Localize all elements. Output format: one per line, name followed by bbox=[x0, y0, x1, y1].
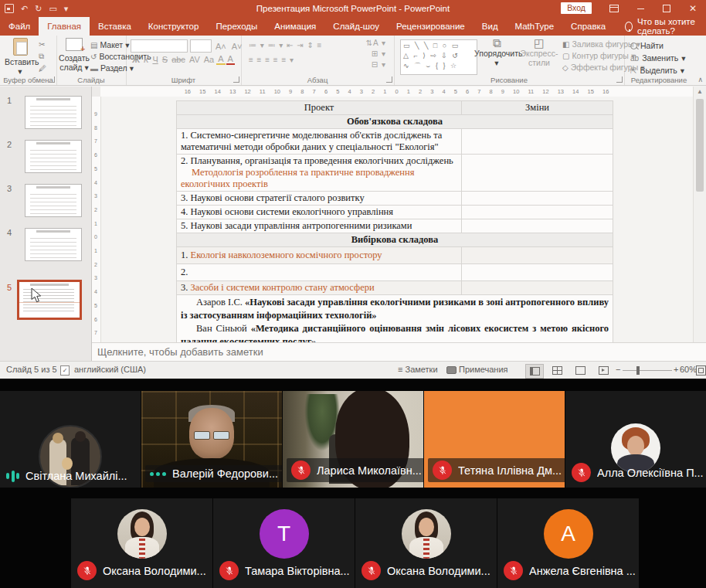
participant-tile[interactable]: Оксана Володими... bbox=[71, 498, 212, 588]
participant-tile[interactable]: Лариса Миколаївн... bbox=[283, 391, 423, 488]
table-cell-empty bbox=[462, 206, 613, 219]
tab-transitions[interactable]: Переходы bbox=[207, 17, 266, 36]
tab-help[interactable]: Справка bbox=[562, 17, 614, 36]
tab-file[interactable]: Файл bbox=[0, 17, 39, 36]
alignment-buttons[interactable]: ≡ ≡ ≡ ≡ ≡ ▾ bbox=[249, 56, 294, 64]
paste-button[interactable]: Вставить ▾ bbox=[5, 38, 36, 76]
restore-button[interactable] bbox=[653, 0, 680, 17]
slideshow-view-button[interactable] bbox=[595, 364, 612, 377]
close-button[interactable]: ✕ bbox=[680, 0, 706, 17]
tab-slideshow[interactable]: Слайд-шоу bbox=[324, 17, 388, 36]
participant-tile[interactable]: Тетяна Іллівна Дм... bbox=[424, 391, 565, 488]
zoom-slider-handle[interactable] bbox=[636, 366, 640, 375]
align-text-button[interactable]: ⊞ ▾ bbox=[372, 49, 386, 58]
italic-button[interactable]: К bbox=[142, 55, 150, 64]
bold-button[interactable]: Ж bbox=[131, 55, 141, 64]
slide-counter: Слайд 5 из 5 bbox=[6, 365, 57, 374]
lightbulb-icon bbox=[625, 22, 633, 32]
comments-toggle[interactable]: Примечания bbox=[459, 365, 508, 374]
sign-in-button[interactable]: Вход bbox=[561, 2, 592, 14]
participant-tile[interactable]: A Анжела Євгенівна ... bbox=[497, 498, 639, 588]
mic-off-icon bbox=[361, 561, 381, 580]
tab-mathtype[interactable]: MathType bbox=[507, 17, 563, 36]
arrange-button[interactable]: ⧉ Упорядочить ▾ bbox=[474, 39, 519, 67]
font-size-box[interactable] bbox=[190, 39, 212, 53]
table-cell-empty bbox=[462, 219, 613, 233]
mic-off-icon bbox=[77, 561, 97, 580]
participant-name: Валерій Федорови... bbox=[172, 467, 278, 480]
zoom-slider[interactable] bbox=[623, 370, 672, 371]
quick-styles-button[interactable]: ◰ Экспресс-стили bbox=[519, 39, 559, 67]
slide-sorter-view-button[interactable] bbox=[548, 364, 565, 377]
cut-icon[interactable]: ✂ bbox=[39, 40, 46, 49]
change-case-button[interactable]: Aa bbox=[202, 55, 216, 64]
notes-toggle[interactable]: ≡ Заметки bbox=[398, 365, 438, 374]
zoom-in-icon[interactable]: + bbox=[674, 365, 678, 374]
drawing-dialog-launcher[interactable] bbox=[616, 76, 623, 83]
comments-icon[interactable] bbox=[446, 366, 457, 374]
language-indicator[interactable]: английский (США) bbox=[74, 365, 146, 374]
replace-button[interactable]: abЗаменить▾ bbox=[630, 52, 686, 64]
clipboard-dialog-launcher[interactable] bbox=[49, 76, 55, 83]
slide-canvas[interactable]: Проект Зміни Обов'язкова складова 1. Сис… bbox=[101, 97, 693, 342]
font-color-button[interactable]: А bbox=[226, 54, 235, 65]
tab-design[interactable]: Конструктор bbox=[140, 17, 208, 36]
collapse-ribbon-icon[interactable]: ∧ bbox=[698, 76, 703, 83]
tab-review[interactable]: Рецензирование bbox=[388, 17, 473, 36]
table-cell-empty bbox=[462, 247, 613, 264]
participant-tile[interactable]: Валерій Федорови... bbox=[141, 391, 282, 488]
smartart-convert-button[interactable]: ⊟ ▾ bbox=[372, 60, 386, 69]
scrollbar-thumb[interactable] bbox=[696, 99, 704, 192]
slide-thumbnail-2[interactable] bbox=[25, 140, 82, 173]
tell-me-box[interactable]: Что вы хотите сделать? bbox=[625, 17, 706, 36]
group-paragraph: ≔ ▾ ≕ ▾ ⇤ ⇥ ⇕ ≡ ≡ ≡ ≡ ≡ ≡ ▾ ⇅A ▾ ⊞ ▾ ⊟ ▾… bbox=[241, 36, 395, 85]
normal-view-button[interactable] bbox=[525, 364, 544, 379]
participant-tile[interactable]: T Тамара Вікторівна... bbox=[213, 498, 355, 588]
font-name-box[interactable] bbox=[131, 39, 188, 53]
table-row: 3. Засоби і системи контролю стану атмос… bbox=[177, 281, 462, 295]
tab-view[interactable]: Вид bbox=[473, 17, 507, 36]
slide-thumbnail-3[interactable] bbox=[25, 184, 82, 217]
char-spacing-button[interactable]: AV bbox=[188, 55, 202, 64]
select-button[interactable]: ⇱Выделить▾ bbox=[630, 64, 686, 76]
strikethrough-button[interactable]: abc bbox=[170, 55, 187, 64]
notes-pane[interactable]: Щелкните, чтобы добавить заметки bbox=[91, 342, 706, 362]
vertical-scrollbar[interactable]: ▲ bbox=[693, 87, 706, 342]
scroll-up-icon[interactable]: ▲ bbox=[697, 88, 703, 95]
underline-button[interactable]: Ч bbox=[151, 55, 159, 64]
copy-icon[interactable]: ⧉ bbox=[39, 52, 46, 61]
tab-animations[interactable]: Анимация bbox=[266, 17, 324, 36]
font-dialog-launcher[interactable] bbox=[233, 76, 239, 83]
tab-insert[interactable]: Вставка bbox=[90, 17, 140, 36]
ribbon-display-options-button[interactable] bbox=[601, 0, 627, 17]
table-cell-empty bbox=[462, 192, 613, 206]
shapes-gallery[interactable]: ▭ ╲ ╲ □ ○ ▭△ ⌐ ⟩ ⇨ ⇩ ↺∿ ⌒ ⌣ { } ☆ bbox=[400, 39, 477, 75]
table-row: 4. Наукові основи системи екологічного у… bbox=[177, 206, 462, 219]
text-direction-button[interactable]: ⇅A ▾ bbox=[366, 39, 386, 47]
table-row: 1. Екологія навколоземного космічного пр… bbox=[177, 247, 462, 264]
list-and-indent-buttons[interactable]: ≔ ▾ ≕ ▾ ⇤ ⇥ ⇕ ≡ bbox=[249, 41, 322, 49]
slide-thumbnail-1[interactable] bbox=[25, 96, 82, 129]
slide-thumbnail-5-selected[interactable] bbox=[17, 280, 82, 320]
format-painter-icon[interactable]: 🖉 bbox=[39, 64, 46, 73]
minimize-button[interactable] bbox=[627, 0, 653, 17]
tab-home[interactable]: Главная bbox=[39, 17, 90, 36]
participant-tile[interactable]: Оксана Володими... bbox=[355, 498, 497, 588]
participant-tile[interactable]: Алла Олексіївна П... bbox=[565, 391, 706, 488]
paragraph-dialog-launcher[interactable] bbox=[386, 76, 392, 83]
find-button[interactable]: Найти bbox=[630, 39, 686, 52]
grow-font-icon[interactable]: A˄ bbox=[214, 42, 228, 51]
reading-view-button[interactable] bbox=[572, 364, 589, 377]
slide-table: Проект Зміни Обов'язкова складова 1. Сис… bbox=[176, 100, 613, 342]
table-row: 2. Планування, організація та проведення… bbox=[177, 155, 462, 192]
participant-tile[interactable]: Світлана Михайлі... bbox=[0, 391, 141, 488]
mic-off-icon bbox=[433, 461, 452, 480]
avatar-letter: T bbox=[260, 509, 309, 559]
slide-thumbnail-4[interactable] bbox=[25, 228, 82, 261]
spellcheck-icon[interactable]: ✓ bbox=[60, 365, 70, 376]
fit-to-window-icon[interactable] bbox=[696, 365, 706, 376]
highlight-color-button[interactable]: А bbox=[216, 54, 225, 65]
shadow-button[interactable]: S bbox=[161, 55, 169, 64]
zoom-out-icon[interactable]: − bbox=[616, 365, 620, 374]
new-slide-button[interactable]: Создать слайд ▾ bbox=[58, 38, 90, 72]
